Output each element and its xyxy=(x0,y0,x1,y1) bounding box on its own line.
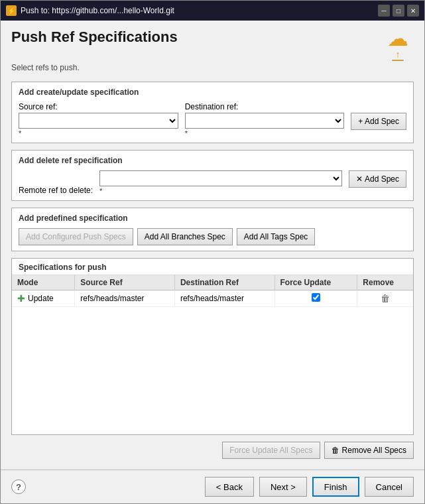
mode-value: ✚ Update xyxy=(17,293,69,304)
destination-asterisk: * xyxy=(185,129,345,137)
minimize-button[interactable]: ─ xyxy=(378,5,390,17)
remove-all-specs-button[interactable]: 🗑 Remove All Specs xyxy=(324,442,414,459)
predefined-section: Add predefined specification Add Configu… xyxy=(11,208,414,251)
predefined-title: Add predefined specification xyxy=(19,214,406,223)
upload-arrow-icon: ↑ xyxy=(396,49,400,60)
specs-section: Specifications for push Mode Source Ref … xyxy=(11,258,414,435)
specs-section-title: Specifications for push xyxy=(12,259,413,275)
footer: ? < Back Next > Finish Cancel xyxy=(1,470,424,503)
main-content: Push Ref Specifications ☁ ↑ Select refs … xyxy=(1,21,424,470)
remote-ref-select[interactable] xyxy=(99,170,342,186)
close-button[interactable]: ✕ xyxy=(407,5,419,17)
source-ref-cell: refs/heads/master xyxy=(75,290,175,307)
delete-section-title: Add delete ref specification xyxy=(19,156,406,165)
specs-table: Mode Source Ref Destination Ref Force Up… xyxy=(12,275,413,307)
add-configured-push-specs-button[interactable]: Add Configured Push Specs xyxy=(19,228,133,245)
source-dest-row: Source ref: * Destination ref: * + Add S… xyxy=(19,102,406,137)
create-update-title: Add create/update specification xyxy=(19,88,406,97)
remote-ref-label: Remote ref to delete: xyxy=(19,186,93,195)
table-row: ✚ Update refs/heads/master refs/heads/ma… xyxy=(12,290,413,307)
mode-text: Update xyxy=(28,294,54,303)
next-button[interactable]: Next > xyxy=(259,477,307,497)
back-button[interactable]: < Back xyxy=(205,477,254,497)
title-bar: ⚡ Push to: https://github.com/...hello-W… xyxy=(1,1,424,21)
mode-cell: ✚ Update xyxy=(12,290,75,307)
delete-row: Remote ref to delete: * ✕ Add Spec xyxy=(19,170,406,195)
window-title: Push to: https://github.com/...hello-Wor… xyxy=(21,6,378,15)
col-force-update: Force Update xyxy=(274,275,357,290)
delete-add-spec-button[interactable]: ✕ Add Spec xyxy=(349,170,406,188)
lock-icon xyxy=(392,60,404,61)
remove-all-icon: 🗑 xyxy=(332,446,339,455)
force-update-all-specs-button[interactable]: Force Update All Specs xyxy=(222,442,320,459)
add-all-branches-spec-button[interactable]: Add All Branches Spec xyxy=(137,228,233,245)
add-spec-button[interactable]: + Add Spec xyxy=(351,113,406,130)
finish-button[interactable]: Finish xyxy=(312,477,359,497)
page-title: Push Ref Specifications xyxy=(11,29,178,46)
footer-right: < Back Next > Finish Cancel xyxy=(205,477,414,497)
source-ref-label: Source ref: xyxy=(19,102,178,111)
col-mode: Mode xyxy=(12,275,75,290)
add-all-tags-spec-button[interactable]: Add All Tags Spec xyxy=(237,228,316,245)
page-subtitle: Select refs to push. xyxy=(11,63,414,72)
source-asterisk: * xyxy=(19,129,178,137)
force-update-cell xyxy=(274,290,357,307)
table-header-row: Mode Source Ref Destination Ref Force Up… xyxy=(12,275,413,290)
specs-table-container: Mode Source Ref Destination Ref Force Up… xyxy=(12,275,413,434)
actions-bar: Force Update All Specs 🗑 Remove All Spec… xyxy=(11,439,414,462)
remote-ref-field: * xyxy=(99,170,342,195)
predefined-buttons-row: Add Configured Push Specs Add All Branch… xyxy=(19,228,406,245)
app-icon: ⚡ xyxy=(6,5,17,16)
page-icon-container: ☁ ↑ xyxy=(382,29,414,60)
page-header: Push Ref Specifications ☁ ↑ xyxy=(11,29,414,60)
destination-ref-label: Destination ref: xyxy=(185,102,345,111)
remove-cell: 🗑 xyxy=(357,290,413,307)
main-window: ⚡ Push to: https://github.com/...hello-W… xyxy=(0,0,425,504)
footer-left: ? xyxy=(11,479,26,494)
delete-section: Add delete ref specification Remote ref … xyxy=(11,150,414,201)
destination-ref-cell: refs/heads/master xyxy=(174,290,274,307)
remote-asterisk: * xyxy=(99,187,342,195)
update-icon: ✚ xyxy=(17,293,25,304)
remove-all-label: Remove All Specs xyxy=(342,446,406,455)
window-controls: ─ □ ✕ xyxy=(378,5,419,17)
source-ref-select[interactable] xyxy=(19,113,178,129)
col-source-ref: Source Ref xyxy=(75,275,175,290)
destination-ref-select[interactable] xyxy=(185,113,345,129)
col-remove: Remove xyxy=(357,275,413,290)
remove-row-button[interactable]: 🗑 xyxy=(363,293,408,304)
header-text: Push Ref Specifications xyxy=(11,29,178,46)
force-update-checkbox[interactable] xyxy=(312,293,320,302)
help-button[interactable]: ? xyxy=(11,479,26,494)
col-destination-ref: Destination Ref xyxy=(174,275,274,290)
destination-field-col: Destination ref: * xyxy=(185,102,345,137)
cloud-upload-icon: ☁ xyxy=(387,28,408,49)
create-update-section: Add create/update specification Source r… xyxy=(11,82,414,143)
maximize-button[interactable]: □ xyxy=(393,5,404,17)
cancel-button[interactable]: Cancel xyxy=(365,477,414,497)
source-field-col: Source ref: * xyxy=(19,102,178,137)
